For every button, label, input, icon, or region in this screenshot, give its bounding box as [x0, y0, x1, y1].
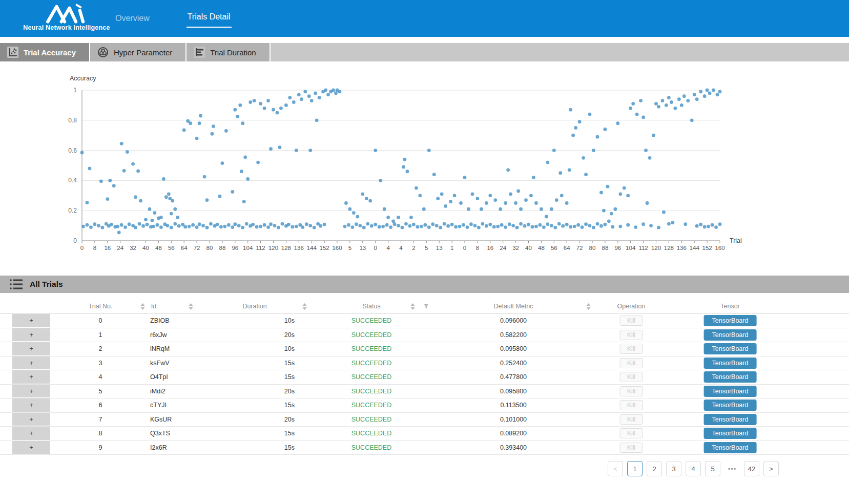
- svg-text:0.4: 0.4: [68, 177, 77, 184]
- sort-icon-id[interactable]: [189, 303, 193, 310]
- nav-tab-overview[interactable]: Overview: [114, 11, 151, 26]
- svg-text:144: 144: [690, 245, 700, 251]
- status-cell: SUCCEEDED: [351, 402, 392, 409]
- sort-icon-default-metric[interactable]: [586, 303, 591, 310]
- page-button-5[interactable]: 5: [705, 461, 720, 476]
- svg-text:1: 1: [73, 87, 77, 94]
- expand-row-button[interactable]: +: [12, 427, 50, 440]
- expand-row-button[interactable]: +: [12, 314, 50, 327]
- svg-text:1: 1: [450, 245, 453, 251]
- table-row: + 1 r6xJw 20s SUCCEEDED 0.582200 Kill Te…: [0, 328, 849, 343]
- kill-button[interactable]: Kill: [620, 400, 643, 410]
- svg-text:0: 0: [374, 245, 377, 251]
- tensorboard-button[interactable]: TensorBoard: [704, 414, 757, 425]
- svg-text:104: 104: [626, 245, 636, 251]
- tensorboard-button[interactable]: TensorBoard: [704, 400, 757, 411]
- default-metric-cell: 0.101000: [500, 416, 527, 423]
- tensorboard-button[interactable]: TensorBoard: [704, 358, 757, 369]
- svg-text:16: 16: [104, 245, 111, 251]
- expand-row-button[interactable]: +: [12, 441, 50, 454]
- tensorboard-button[interactable]: TensorBoard: [704, 371, 757, 383]
- svg-text:Accuracy: Accuracy: [70, 75, 96, 82]
- kill-button[interactable]: Kill: [620, 386, 643, 396]
- trial-id-cell: cTYJI: [150, 402, 167, 409]
- prev-page-button[interactable]: <: [608, 461, 623, 476]
- expand-row-button[interactable]: +: [12, 385, 50, 398]
- kill-button[interactable]: Kill: [620, 316, 643, 326]
- expand-row-button[interactable]: +: [12, 398, 50, 412]
- page-button-4[interactable]: 4: [686, 461, 701, 476]
- tensorboard-button[interactable]: TensorBoard: [704, 442, 757, 453]
- nav-tabs: Overview Trials Detail: [105, 0, 232, 37]
- tensorboard-button[interactable]: TensorBoard: [704, 315, 757, 326]
- svg-text:112: 112: [256, 245, 265, 251]
- kill-button[interactable]: Kill: [620, 330, 643, 340]
- trials-table-header: Trial No. Id Duration Status Default Met…: [0, 299, 849, 313]
- kill-button[interactable]: Kill: [620, 428, 643, 438]
- trial-no-cell: 9: [99, 444, 102, 451]
- kill-button[interactable]: Kill: [620, 443, 643, 453]
- tab-hyper-parameter[interactable]: Hyper Parameter: [90, 43, 187, 61]
- filter-icon-status[interactable]: [423, 303, 429, 309]
- status-cell: SUCCEEDED: [351, 388, 392, 395]
- tab-trial-duration[interactable]: Trial Duration: [187, 43, 270, 61]
- page-button-3[interactable]: 3: [666, 461, 681, 476]
- trial-no-cell: 2: [99, 345, 102, 352]
- nav-tab-trials-detail[interactable]: Trials Detail: [187, 9, 232, 28]
- svg-text:136: 136: [294, 245, 304, 251]
- svg-text:160: 160: [332, 245, 342, 251]
- default-metric-cell: 0.095800: [500, 345, 527, 352]
- tensorboard-button[interactable]: TensorBoard: [704, 428, 757, 439]
- nni-logo-icon: [45, 3, 89, 24]
- kill-button[interactable]: Kill: [620, 344, 643, 354]
- expand-row-button[interactable]: +: [12, 328, 50, 342]
- trial-no-cell: 3: [99, 360, 102, 367]
- svg-text:40: 40: [525, 245, 532, 251]
- sort-icon-trial-no[interactable]: [140, 303, 145, 310]
- svg-text:0: 0: [80, 245, 84, 251]
- all-trials-bar: All Trials: [0, 276, 849, 293]
- trial-no-cell: 8: [99, 430, 102, 437]
- svg-text:128: 128: [281, 245, 291, 251]
- expand-row-button[interactable]: +: [12, 370, 50, 384]
- page-button-1[interactable]: 1: [627, 461, 643, 476]
- svg-text:48: 48: [538, 245, 545, 251]
- next-page-button[interactable]: >: [763, 461, 779, 476]
- sort-icon-status[interactable]: [410, 303, 415, 310]
- duration-cell: 10s: [284, 317, 295, 324]
- kill-button[interactable]: Kill: [620, 414, 643, 425]
- expand-row-button[interactable]: +: [12, 413, 50, 426]
- column-header-id: Id: [151, 303, 156, 310]
- accuracy-chart[interactable]: 00.20.40.60.8108162432404856647280889610…: [0, 67, 849, 261]
- pagination: <12345•••42>: [608, 461, 779, 476]
- kill-button[interactable]: Kill: [620, 358, 643, 368]
- expand-row-button[interactable]: +: [12, 356, 50, 370]
- scatter-plot-icon: [7, 47, 18, 58]
- page-button-2[interactable]: 2: [647, 461, 662, 476]
- tab-trial-accuracy[interactable]: Trial Accuracy: [0, 43, 90, 61]
- table-row: + 2 iNRqM 10s SUCCEEDED 0.095800 Kill Te…: [0, 342, 849, 356]
- trial-no-cell: 6: [99, 402, 102, 409]
- tensorboard-button[interactable]: TensorBoard: [704, 343, 757, 354]
- tensorboard-button[interactable]: TensorBoard: [704, 386, 757, 397]
- table-row: + 0 ZBIOB 10s SUCCEEDED 0.096000 Kill Te…: [0, 314, 849, 328]
- svg-text:0: 0: [463, 245, 466, 251]
- svg-text:136: 136: [677, 245, 687, 251]
- default-metric-cell: 0.096000: [500, 317, 527, 324]
- sub-tab-bar: Trial Accuracy Hyper Parameter Trial Dur…: [0, 43, 849, 61]
- svg-text:112: 112: [638, 245, 648, 251]
- svg-text:96: 96: [614, 245, 621, 251]
- duration-cell: 15s: [284, 402, 295, 409]
- tab-trial-duration-label: Trial Duration: [210, 48, 256, 57]
- sort-icon-duration[interactable]: [302, 303, 307, 310]
- trial-id-cell: ZBIOB: [150, 317, 170, 324]
- page-button-42[interactable]: 42: [744, 461, 759, 476]
- default-metric-cell: 0.477800: [500, 373, 527, 381]
- table-row: + 7 KGsUR 20s SUCCEEDED 0.101000 Kill Te…: [0, 413, 849, 427]
- expand-row-button[interactable]: +: [12, 342, 50, 355]
- kill-button[interactable]: Kill: [620, 372, 643, 382]
- tensorboard-button[interactable]: TensorBoard: [704, 329, 757, 341]
- accuracy-chart-section: 00.20.40.60.8108162432404856647280889610…: [0, 67, 849, 266]
- trial-id-cell: O4TpI: [150, 373, 168, 381]
- svg-text:56: 56: [551, 245, 557, 251]
